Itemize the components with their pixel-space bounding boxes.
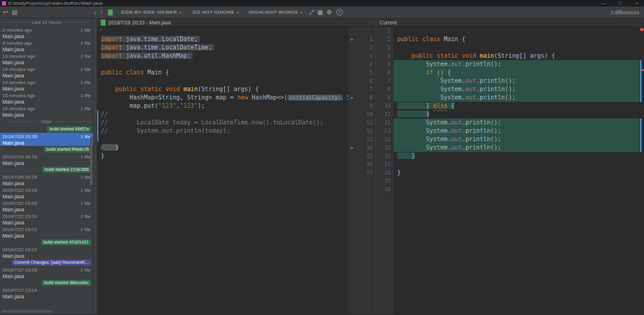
history-entry[interactable]: 2019/7/17 13:04 Main.java	[0, 286, 93, 300]
code-line[interactable]	[97, 135, 348, 144]
code-line[interactable]	[394, 27, 639, 35]
code-line[interactable]: System.out.println();	[394, 135, 639, 144]
code-line[interactable]: HashMap<String, String> map = new HashMa…	[97, 93, 348, 102]
minimize-button[interactable]: —	[596, 0, 611, 7]
code-line[interactable]: }	[394, 152, 639, 160]
code-line[interactable]: System.out.println();	[394, 127, 639, 135]
change-marker-2[interactable]	[640, 118, 642, 152]
code-line[interactable]: // System.out.println(today);	[97, 127, 348, 135]
previous-difference-icon[interactable]: ↑	[100, 7, 103, 18]
code-token: main	[479, 52, 494, 59]
code-line[interactable]: System.out.println();	[394, 60, 639, 68]
history-entry-time: 14 minutes ago	[2, 80, 35, 86]
code-line[interactable]	[97, 60, 348, 68]
history-entry[interactable]: 5 minutes ago 1 file Main.java	[0, 39, 93, 52]
sidebar-splitter[interactable]	[93, 18, 97, 314]
code-line[interactable]: System.out.println();	[394, 85, 639, 93]
settings-gear-icon[interactable]: ⚙	[327, 7, 332, 18]
code-token: .println();	[476, 86, 515, 92]
code-line[interactable]: public static void main(String[] args) {	[394, 52, 639, 60]
revert-icon[interactable]: ↩	[3, 7, 8, 18]
code-line[interactable]: public class Main {	[97, 68, 348, 77]
line-number: 5	[348, 68, 376, 77]
code-line[interactable]: public class Main {	[394, 35, 639, 43]
code-line[interactable]: System.out.println();	[394, 77, 639, 85]
history-entry[interactable]: 2019/7/29 20:26 1 file Main.java	[0, 173, 93, 186]
jump-to-source-icon[interactable]	[108, 10, 113, 15]
code-line[interactable]: import java.time.LocalDate;	[97, 35, 348, 43]
create-patch-icon[interactable]: ▤	[11, 7, 17, 18]
code-line[interactable]	[394, 43, 639, 52]
next-difference-icon[interactable]: ↓	[94, 7, 97, 18]
code-token: .println();	[462, 136, 501, 142]
right-editor[interactable]: public class Main { public static void m…	[394, 27, 639, 314]
history-entry[interactable]: 2019/7/17 13:05 1 file Main.java	[0, 266, 93, 279]
left-editor[interactable]: ✓ import java.time.LocalDate;import java…	[97, 27, 348, 314]
pane-headers: 2019/7/29 20:33 - Main.java Current	[97, 18, 644, 27]
code-token: java.time.LocalDateTime;	[126, 44, 212, 51]
code-line[interactable]: }	[394, 110, 639, 118]
code-line[interactable]	[394, 185, 639, 194]
history-entry[interactable]: 15 minutes ago 1 file Main.java	[0, 92, 93, 105]
code-line[interactable]	[97, 77, 348, 85]
code-line[interactable]: System.out.println();	[394, 144, 639, 152]
sidebar-vertical-scrollbar[interactable]	[90, 136, 92, 185]
history-entry[interactable]: 13 minutes ago 1 file Main.java	[0, 52, 93, 66]
sidebar-horizontal-scrollbar[interactable]	[1, 310, 52, 313]
history-entry[interactable]: 2019/7/22 15:05 1 file Main.java	[0, 199, 93, 213]
history-entry[interactable]: 2019/7/29 20:33 1 file Main.java	[0, 153, 93, 166]
history-entry[interactable]: 14 minutes ago 1 file Main.java	[0, 66, 93, 79]
history-entry[interactable]: 2019/7/22 15:05 1 file Main.java	[0, 186, 93, 199]
viewer-mode-dropdown[interactable]: SIDE-BY-SIDE VIEWER ▼	[121, 10, 182, 15]
highlight-mode-dropdown[interactable]: HIGHLIGHT WORDS ▼	[249, 10, 304, 15]
history-label[interactable]: build started 66f57a	[47, 126, 91, 132]
apply-change-icon[interactable]: »	[350, 93, 353, 102]
editor-popup-icon[interactable]: ▦	[317, 7, 323, 18]
code-line[interactable]: import java.util.HashMap;	[97, 52, 348, 60]
code-line[interactable]: map.put("123","123");	[97, 102, 348, 110]
close-button[interactable]: ×	[630, 0, 644, 7]
apply-change-icon[interactable]: »	[350, 35, 353, 43]
code-line[interactable]: System.out.println();	[394, 118, 639, 127]
history-entry[interactable]: 2 minutes ago 1 file Main.java	[0, 26, 93, 39]
expand-icon[interactable]: ⤢	[309, 7, 314, 18]
code-line[interactable]: System.out.println();	[394, 93, 639, 102]
history-entry-time: 13 minutes ago	[2, 54, 35, 60]
history-entry[interactable]: 2019/7/29 20:35 1 file Main.java	[0, 133, 93, 146]
code-line[interactable]	[394, 160, 639, 169]
history-label[interactable]: build started 213e1fb5	[42, 167, 91, 173]
left-revision-title: 2019/7/29 20:33 - Main.java	[108, 20, 171, 26]
history-entry[interactable]: 2019/7/22 15:03 1 file Main.java	[0, 213, 93, 226]
code-line[interactable]: //	[97, 110, 348, 118]
error-stripe[interactable]	[639, 27, 644, 314]
maximize-button[interactable]: □	[613, 0, 627, 7]
history-entry[interactable]: 14 minutes ago 1 file Main.java	[0, 79, 93, 92]
code-line[interactable]	[97, 169, 348, 177]
change-marker-1[interactable]	[640, 60, 642, 102]
apply-change-icon[interactable]: »	[350, 144, 353, 152]
code-line[interactable]: // LocalDate today = LocalDateTime.now()…	[97, 118, 348, 127]
code-line[interactable]: public static void main(String[] args) {	[97, 85, 348, 93]
code-line[interactable]: }	[97, 152, 348, 160]
code-line[interactable]: }	[394, 169, 639, 177]
code-token: new	[237, 94, 252, 101]
ignore-policy-dropdown[interactable]: DO NOT IGNORE ▼	[193, 10, 239, 15]
history-label[interactable]: build started ff4a8c25	[44, 146, 91, 152]
history-label[interactable]: build started 88eccebc	[42, 280, 91, 286]
help-icon[interactable]: ?	[336, 9, 343, 15]
code-line[interactable]	[394, 177, 639, 185]
history-entry[interactable]: 2019/7/22 15:02 Main.java	[0, 246, 93, 259]
history-entry[interactable]: 2019/7/22 15:02 1 file Main.java	[0, 226, 93, 239]
code-line[interactable]	[97, 160, 348, 169]
code-line[interactable]: import java.time.LocalDateTime;	[97, 43, 348, 52]
left-code: import java.time.LocalDate;import java.t…	[97, 27, 348, 177]
history-entry-filename: Main.java	[2, 207, 91, 213]
code-line[interactable]: if () {	[394, 68, 639, 77]
code-line[interactable]: } else {	[394, 102, 639, 110]
history-label[interactable]: Commit Changes: [add] ReentrantR...	[12, 260, 91, 266]
code-token: out	[451, 144, 462, 151]
code-line[interactable]: }	[97, 144, 348, 152]
history-entry[interactable]: 16 minutes ago 1 file Main.java	[0, 105, 93, 118]
history-label[interactable]: build started 47d01421	[41, 239, 91, 245]
history-entry-filename: Main.java	[2, 294, 91, 300]
